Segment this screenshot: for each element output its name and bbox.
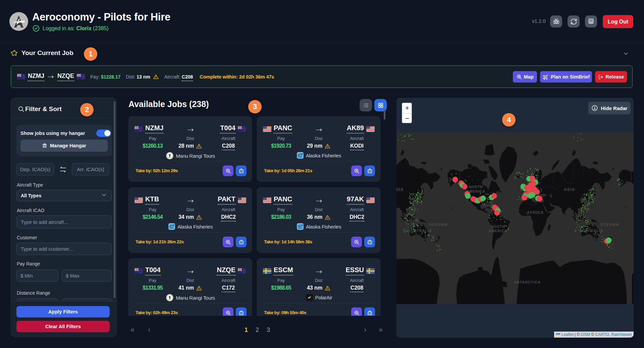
svg-text:NORTH: NORTH xyxy=(469,185,483,189)
svg-text:OCEANIA: OCEANIA xyxy=(429,222,448,227)
svg-text:ASIA: ASIA xyxy=(564,187,575,192)
svg-text:AUSTRALIA: AUSTRALIA xyxy=(408,229,432,233)
svg-text:AFRICA: AFRICA xyxy=(527,210,544,214)
svg-text:OCEANIA: OCEANIA xyxy=(600,222,620,227)
svg-text:ANTARCTICA: ANTARCTICA xyxy=(514,280,541,284)
svg-text:SOUTH: SOUTH xyxy=(491,225,505,229)
svg-text:AMERICA: AMERICA xyxy=(489,229,507,233)
svg-text:ASIA: ASIA xyxy=(396,187,404,192)
